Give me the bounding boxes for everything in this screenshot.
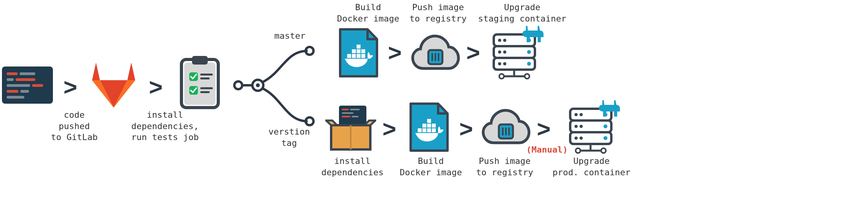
label-master-build: BuildDocker image [337, 2, 399, 24]
label-install-deps-tests: installdependencies,run tests job [131, 110, 199, 143]
box-package-icon [325, 102, 376, 153]
svg-rect-14 [200, 74, 213, 76]
cloud-registry-icon [410, 31, 460, 74]
svg-point-79 [580, 125, 583, 128]
docker-file-icon [337, 27, 380, 78]
svg-point-81 [574, 137, 578, 140]
svg-rect-12 [192, 56, 208, 65]
svg-point-47 [503, 62, 506, 65]
label-code-pushed: codepushedto GitLab [51, 110, 98, 143]
label-branch-tag: verstiontag [268, 126, 310, 149]
svg-rect-65 [427, 124, 431, 128]
svg-rect-4 [16, 78, 35, 81]
svg-point-45 [527, 50, 531, 54]
chevron-icon: > [388, 39, 399, 66]
svg-point-22 [256, 83, 260, 87]
svg-point-51 [499, 74, 504, 79]
svg-rect-29 [352, 49, 356, 53]
chevron-icon: > [459, 115, 470, 142]
svg-rect-17 [200, 87, 213, 89]
svg-rect-6 [32, 84, 43, 87]
svg-rect-28 [361, 54, 365, 58]
svg-rect-64 [422, 124, 426, 128]
svg-rect-1 [7, 72, 18, 75]
chevron-icon: > [149, 74, 159, 101]
svg-point-80 [603, 124, 607, 128]
svg-rect-25 [347, 54, 351, 58]
chevron-icon: > [537, 115, 547, 142]
svg-rect-15 [200, 77, 210, 79]
svg-rect-8 [20, 90, 29, 93]
branch-split-icon [231, 33, 317, 135]
server-rancher-icon [490, 23, 549, 82]
label-tag-install: installdependencies [321, 156, 384, 178]
server-rancher-icon [566, 98, 625, 156]
svg-point-44 [503, 50, 506, 54]
code-icon [2, 67, 53, 104]
svg-point-86 [576, 148, 580, 153]
svg-point-19 [234, 81, 242, 89]
svg-rect-31 [361, 49, 365, 53]
svg-rect-54 [342, 109, 349, 110]
svg-point-23 [306, 47, 313, 55]
svg-rect-56 [342, 112, 353, 114]
svg-rect-32 [357, 45, 361, 49]
chevron-icon: > [382, 115, 393, 142]
svg-rect-67 [427, 119, 431, 123]
svg-rect-58 [352, 116, 359, 117]
svg-point-46 [498, 62, 501, 65]
svg-rect-57 [342, 116, 350, 117]
clipboard-icon [178, 55, 221, 110]
svg-point-48 [527, 62, 531, 66]
label-tag-build: BuildDocker image [400, 156, 462, 178]
label-tag-upgrade: Upgradeprod. container [553, 156, 631, 178]
svg-rect-61 [422, 128, 426, 132]
chevron-icon: > [63, 74, 74, 101]
svg-rect-11 [184, 63, 216, 105]
svg-point-83 [603, 136, 607, 140]
docker-file-icon [408, 102, 451, 153]
label-branch-master: master [274, 31, 305, 42]
svg-point-24 [306, 117, 313, 125]
svg-rect-18 [200, 91, 210, 93]
svg-point-78 [574, 125, 578, 128]
chevron-icon: > [466, 39, 477, 66]
svg-rect-9 [7, 96, 24, 99]
svg-point-43 [498, 50, 501, 54]
svg-rect-3 [7, 78, 14, 81]
svg-rect-30 [357, 49, 361, 53]
svg-point-52 [525, 74, 529, 79]
svg-point-87 [601, 148, 606, 153]
svg-rect-2 [20, 72, 35, 75]
label-master-upgrade: Upgradestaging container [478, 2, 566, 24]
svg-rect-27 [357, 54, 361, 58]
svg-rect-62 [427, 128, 431, 132]
gitlab-icon [88, 61, 139, 110]
cloud-registry-icon [480, 106, 531, 149]
svg-point-40 [498, 39, 501, 42]
svg-rect-66 [432, 124, 436, 128]
svg-rect-5 [7, 84, 30, 87]
svg-rect-26 [352, 54, 356, 58]
svg-point-82 [580, 137, 583, 140]
label-manual: (Manual) [526, 145, 568, 155]
svg-rect-63 [432, 128, 436, 132]
label-master-push: Push imageto registry [410, 2, 467, 24]
svg-point-76 [580, 113, 583, 116]
svg-point-41 [503, 39, 506, 42]
svg-rect-60 [418, 128, 422, 132]
svg-rect-7 [7, 90, 18, 93]
label-tag-push: Push imageto registry [476, 156, 533, 178]
svg-rect-55 [350, 109, 360, 110]
svg-point-75 [574, 113, 578, 116]
